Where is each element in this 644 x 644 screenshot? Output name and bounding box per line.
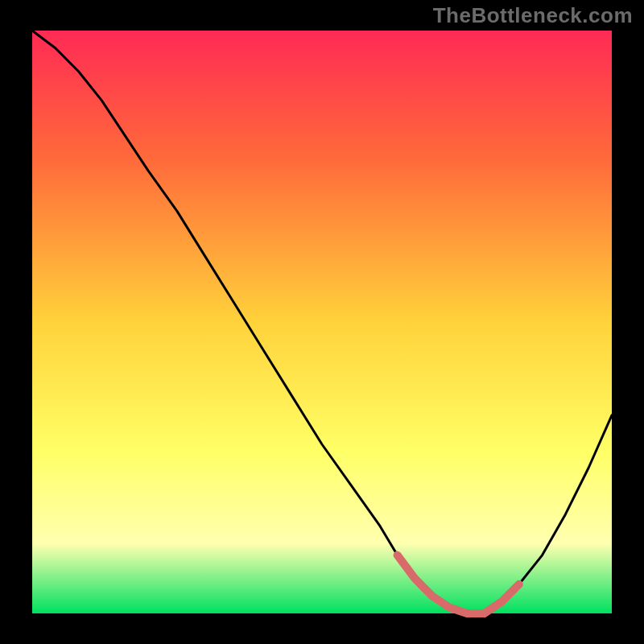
bottleneck-chart <box>0 0 644 644</box>
gradient-background <box>32 31 612 613</box>
chart-frame: { "watermark": "TheBottleneck.com", "col… <box>0 0 644 644</box>
